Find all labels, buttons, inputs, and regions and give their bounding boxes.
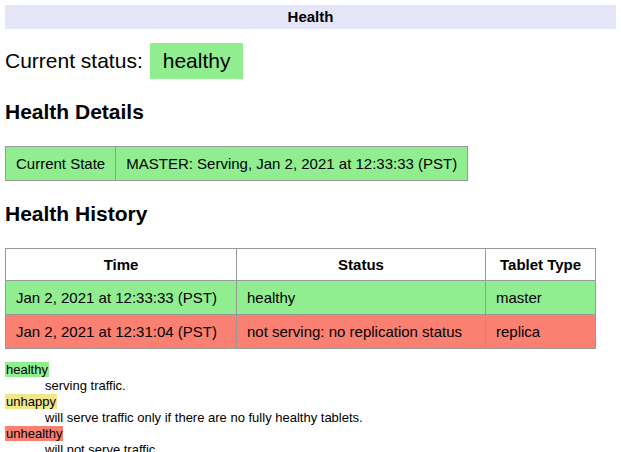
- health-details-table: Current State MASTER: Serving, Jan 2, 20…: [5, 146, 468, 181]
- legend-term: unhappy: [5, 394, 616, 409]
- details-row-value: MASTER: Serving, Jan 2, 2021 at 12:33:33…: [116, 147, 468, 181]
- history-cell-status: healthy: [237, 281, 486, 315]
- current-status-line: Current status:healthy: [5, 43, 616, 79]
- history-col-tablet-type: Tablet Type: [486, 249, 596, 281]
- health-history-heading: Health History: [5, 202, 616, 226]
- status-legend: healthy serving traffic. unhappy will se…: [5, 362, 616, 452]
- history-cell-time: Jan 2, 2021 at 12:31:04 (PST): [6, 315, 237, 349]
- history-col-time: Time: [6, 249, 237, 281]
- history-header-row: Time Status Tablet Type: [6, 249, 596, 281]
- details-row-label: Current State: [6, 147, 116, 181]
- history-col-status: Status: [237, 249, 486, 281]
- health-page: Health Current status:healthy Health Det…: [0, 0, 621, 452]
- history-cell-tablet-type: replica: [486, 315, 596, 349]
- history-row: Jan 2, 2021 at 12:31:04 (PST) not servin…: [6, 315, 596, 349]
- current-status-value: healthy: [150, 43, 244, 79]
- page-header-bar: Health: [5, 5, 616, 29]
- legend-description: will serve traffic only if there are no …: [45, 410, 616, 425]
- legend-term-healthy: healthy: [5, 362, 49, 377]
- legend-term-unhappy: unhappy: [5, 394, 57, 409]
- legend-term: unhealthy: [5, 426, 616, 441]
- history-cell-tablet-type: master: [486, 281, 596, 315]
- current-status-label: Current status:: [5, 49, 143, 72]
- legend-description: serving traffic.: [45, 378, 616, 393]
- page-title: Health: [288, 8, 334, 25]
- details-row: Current State MASTER: Serving, Jan 2, 20…: [6, 147, 468, 181]
- legend-description: will not serve traffic.: [45, 442, 616, 452]
- history-cell-status: not serving: no replication status: [237, 315, 486, 349]
- legend-term-unhealthy: unhealthy: [5, 426, 63, 441]
- history-row: Jan 2, 2021 at 12:33:33 (PST) healthy ma…: [6, 281, 596, 315]
- history-cell-time: Jan 2, 2021 at 12:33:33 (PST): [6, 281, 237, 315]
- health-history-table: Time Status Tablet Type Jan 2, 2021 at 1…: [5, 248, 596, 349]
- health-details-heading: Health Details: [5, 100, 616, 124]
- legend-term: healthy: [5, 362, 616, 377]
